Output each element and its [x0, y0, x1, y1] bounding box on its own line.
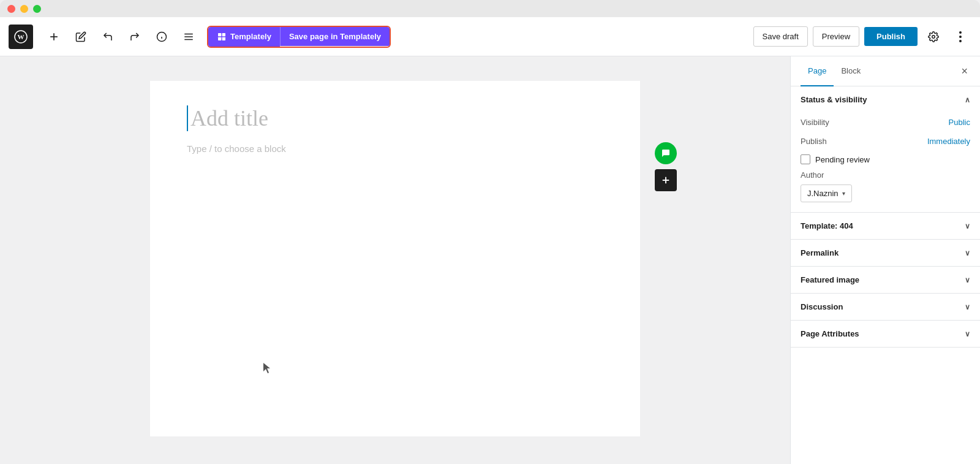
editor-canvas: Type / to choose a block	[150, 81, 640, 436]
publish-button[interactable]: Publish	[864, 27, 918, 46]
templately-button[interactable]: Templately	[208, 27, 280, 47]
publish-row: Publish Immediately	[801, 132, 970, 151]
section-discussion-chevron: ∨	[965, 303, 970, 311]
edit-button[interactable]	[70, 26, 92, 48]
visibility-value[interactable]: Public	[949, 118, 970, 127]
publish-value[interactable]: Immediately	[927, 137, 970, 146]
svg-point-17	[959, 40, 962, 42]
svg-point-15	[959, 31, 962, 34]
toolbar: W	[0, 17, 980, 56]
green-fab-button[interactable]	[655, 142, 677, 164]
section-status-content: Visibility Public Publish Immediately Pe…	[791, 113, 980, 212]
section-featured-image-chevron: ∨	[965, 276, 970, 284]
save-page-templately-button[interactable]: Save page in Templately	[280, 27, 390, 46]
section-status-header[interactable]: Status & visibility ∧	[791, 86, 980, 113]
publish-label: Publish	[801, 137, 927, 146]
visibility-label: Visibility	[801, 118, 949, 127]
section-discussion: Discussion ∨	[791, 294, 980, 321]
app: W	[0, 17, 980, 464]
section-status-visibility: Status & visibility ∧ Visibility Public …	[791, 86, 980, 213]
section-permalink: Permalink ∨	[791, 240, 980, 267]
sidebar-close-button[interactable]: ×	[959, 63, 970, 80]
svg-text:W: W	[18, 33, 24, 40]
titlebar	[0, 0, 980, 17]
tab-block[interactable]: Block	[834, 56, 868, 86]
more-options-button[interactable]	[949, 26, 971, 48]
redo-button[interactable]	[124, 26, 146, 48]
content-area: Type / to choose a block	[0, 56, 980, 464]
svg-rect-13	[222, 37, 225, 40]
pending-review-checkbox[interactable]	[801, 154, 810, 164]
section-page-attributes-chevron: ∨	[965, 330, 970, 338]
save-draft-button[interactable]: Save draft	[753, 26, 808, 47]
svg-rect-10	[218, 33, 221, 36]
minimize-button[interactable]	[20, 5, 28, 13]
page-title-input[interactable]	[187, 105, 603, 131]
section-permalink-header[interactable]: Permalink ∨	[791, 240, 980, 266]
pending-review-label: Pending review	[815, 155, 870, 164]
editor: Type / to choose a block	[0, 56, 790, 464]
wp-logo[interactable]: W	[9, 25, 33, 49]
section-status-chevron: ∧	[965, 96, 970, 104]
section-template-chevron: ∨	[965, 222, 970, 230]
visibility-row: Visibility Public	[801, 113, 970, 132]
templately-group: Templately Save page in Templately	[207, 26, 391, 48]
author-name: J.Naznin	[807, 189, 839, 198]
svg-point-16	[959, 36, 962, 38]
add-fab-button[interactable]	[655, 169, 677, 191]
toolbar-right: Save draft Preview Publish	[753, 26, 971, 48]
section-page-attributes: Page Attributes ∨	[791, 321, 980, 348]
section-page-attributes-header[interactable]: Page Attributes ∨	[791, 321, 980, 347]
editor-fab	[655, 142, 677, 191]
svg-rect-12	[218, 37, 221, 40]
svg-point-14	[932, 35, 935, 38]
sidebar: Page Block × Status & visibility ∧ Visib…	[790, 56, 980, 464]
undo-button[interactable]	[97, 26, 119, 48]
section-template: Template: 404 ∨	[791, 213, 980, 240]
add-block-button[interactable]	[43, 26, 65, 48]
close-button[interactable]	[7, 5, 15, 13]
section-discussion-header[interactable]: Discussion ∨	[791, 294, 980, 320]
section-featured-image-header[interactable]: Featured image ∨	[791, 267, 980, 293]
section-template-header[interactable]: Template: 404 ∨	[791, 213, 980, 239]
preview-button[interactable]: Preview	[813, 26, 859, 47]
section-featured-image: Featured image ∨	[791, 267, 980, 294]
svg-rect-11	[222, 33, 225, 36]
menu-button[interactable]	[178, 26, 200, 48]
maximize-button[interactable]	[33, 5, 41, 13]
settings-button[interactable]	[922, 26, 944, 48]
sidebar-header: Page Block ×	[791, 56, 980, 86]
info-button[interactable]	[151, 26, 173, 48]
section-permalink-chevron: ∨	[965, 249, 970, 257]
author-select[interactable]: J.Naznin ▾	[801, 184, 852, 202]
tab-page[interactable]: Page	[801, 56, 834, 86]
pending-review-row: Pending review	[801, 151, 970, 170]
author-label: Author	[801, 170, 970, 180]
author-arrow: ▾	[842, 190, 845, 197]
block-hint: Type / to choose a block	[187, 143, 603, 154]
